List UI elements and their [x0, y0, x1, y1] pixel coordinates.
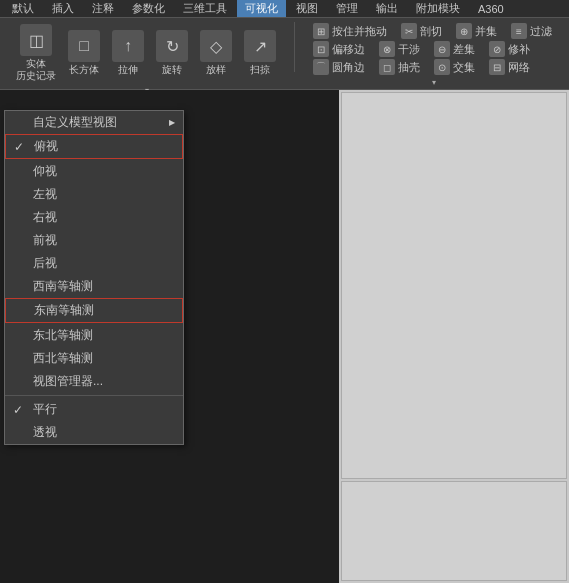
toolbar-tab-默认[interactable]: 默认 [4, 0, 42, 17]
right-panel-top [341, 92, 567, 479]
menu-item-8[interactable]: 东南等轴测 [5, 298, 183, 323]
rt-btn-圆角边[interactable]: ⌒ 圆角边 [309, 58, 369, 76]
btn-icon: ◫ [20, 24, 52, 56]
toolbar-btn-长方体[interactable]: □ 长方体 [64, 28, 104, 78]
toolbar-tab-可视化[interactable]: 可视化 [237, 0, 286, 17]
menu-item-4[interactable]: 右视 [5, 206, 183, 229]
btn-icon: ↻ [156, 30, 188, 62]
rt-btn-网络[interactable]: ⊟ 网络 [485, 58, 534, 76]
rt-row-1: ⊡ 偏移边 ⊗ 干涉 ⊖ 差集 ⊘ 修补 [309, 40, 557, 58]
rt-btn-label: 并集 [475, 24, 497, 39]
toolbar-tab-附加模块[interactable]: 附加模块 [408, 0, 468, 17]
rt-btn-icon: ≡ [511, 23, 527, 39]
rt-btn-label: 按住并拖动 [332, 24, 387, 39]
app-window: 默认插入注释参数化三维工具可视化视图管理输出附加模块A360 ◫ 实体历史记录 … [0, 0, 569, 583]
rt-btn-label: 交集 [453, 60, 475, 75]
toolbar-btn-实体历史记录[interactable]: ◫ 实体历史记录 [12, 22, 60, 84]
toolbar-btn-旋转[interactable]: ↻ 旋转 [152, 28, 192, 78]
rt-btn-icon: ✂ [401, 23, 417, 39]
rt-btn-交集[interactable]: ⊙ 交集 [430, 58, 479, 76]
toolbar-tab-三维工具[interactable]: 三维工具 [175, 0, 235, 17]
toolbar-btn-拉伸[interactable]: ↑ 拉伸 [108, 28, 148, 78]
btn-icon: ↗ [244, 30, 276, 62]
rt-btn-修补[interactable]: ⊘ 修补 [485, 40, 534, 58]
menu-item-10[interactable]: 西北等轴测 [5, 347, 183, 370]
toolbar-tab-A360[interactable]: A360 [470, 0, 512, 17]
toolbar-tab-视图[interactable]: 视图 [288, 0, 326, 17]
rt-btn-icon: ⊕ [456, 23, 472, 39]
tab-bar: 默认插入注释参数化三维工具可视化视图管理输出附加模块A360 [0, 0, 569, 18]
rt-btn-label: 圆角边 [332, 60, 365, 75]
menu-item-1[interactable]: 俯视 [5, 134, 183, 159]
toolbar-tab-注释[interactable]: 注释 [84, 0, 122, 17]
menu-separator [5, 395, 183, 396]
toolbar-tab-参数化[interactable]: 参数化 [124, 0, 173, 17]
build-buttons: ◫ 实体历史记录 □ 长方体 ↑ 拉伸 ↻ 旋转 ◇ 放样 ↗ 扫掠 [12, 22, 280, 84]
rt-btn-抽壳[interactable]: ◻ 抽壳 [375, 58, 424, 76]
btn-icon: ↑ [112, 30, 144, 62]
rt-btn-差集[interactable]: ⊖ 差集 [430, 40, 479, 58]
btn-icon: ◇ [200, 30, 232, 62]
menu-item-3[interactable]: 左视 [5, 183, 183, 206]
rt-btn-剖切[interactable]: ✂ 剖切 [397, 22, 446, 40]
menu-item-11[interactable]: 视图管理器... [5, 370, 183, 393]
rt-btn-按住并拖动[interactable]: ⊞ 按住并拖动 [309, 22, 391, 40]
btn-label: 扫掠 [250, 64, 270, 76]
menu-item-9[interactable]: 东北等轴测 [5, 324, 183, 347]
rt-btn-icon: ⊗ [379, 41, 395, 57]
solid-edit-group: ⊞ 按住并拖动 ✂ 剖切 ⊕ 并集 ≡ 过滤 ⊡ 偏移边 ⊗ 干涉 ⊖ 差集 [303, 22, 563, 86]
rt-btn-label: 抽壳 [398, 60, 420, 75]
rt-btn-干涉[interactable]: ⊗ 干涉 [375, 40, 424, 58]
rt-btn-icon: ⊘ [489, 41, 505, 57]
btn-icon: □ [68, 30, 100, 62]
toolbar-btn-放样[interactable]: ◇ 放样 [196, 28, 236, 78]
toolbar-tab-输出[interactable]: 输出 [368, 0, 406, 17]
menu-item-7[interactable]: 西南等轴测 [5, 275, 183, 298]
menu-item-0[interactable]: 自定义模型视图 [5, 111, 183, 134]
toolbar-body: ◫ 实体历史记录 □ 长方体 ↑ 拉伸 ↻ 旋转 ◇ 放样 ↗ 扫掠 ▾ [0, 18, 569, 90]
rt-btn-label: 修补 [508, 42, 530, 57]
context-menu: 自定义模型视图俯视仰视左视右视前视后视西南等轴测东南等轴测东北等轴测西北等轴测视… [4, 110, 184, 445]
rt-btn-并集[interactable]: ⊕ 并集 [452, 22, 501, 40]
menu-item-13[interactable]: 透视 [5, 421, 183, 444]
solid-edit-chevron-icon[interactable]: ▾ [432, 78, 436, 87]
rt-row-2: ⌒ 圆角边 ◻ 抽壳 ⊙ 交集 ⊟ 网络 [309, 58, 557, 76]
rt-btn-icon: ⊞ [313, 23, 329, 39]
rt-btn-label: 偏移边 [332, 42, 365, 57]
toolbar: 默认插入注释参数化三维工具可视化视图管理输出附加模块A360 ◫ 实体历史记录 … [0, 0, 569, 90]
viewport[interactable]: 自定义模型视图俯视仰视左视右视前视后视西南等轴测东南等轴测东北等轴测西北等轴测视… [0, 90, 339, 583]
rt-btn-icon: ⊙ [434, 59, 450, 75]
rt-btn-label: 差集 [453, 42, 475, 57]
menu-item-12[interactable]: 平行 [5, 398, 183, 421]
menu-item-6[interactable]: 后视 [5, 252, 183, 275]
build-group: ◫ 实体历史记录 □ 长方体 ↑ 拉伸 ↻ 旋转 ◇ 放样 ↗ 扫掠 ▾ [6, 22, 286, 86]
btn-label: 旋转 [162, 64, 182, 76]
toolbar-separator [294, 22, 295, 72]
rt-btn-icon: ⊟ [489, 59, 505, 75]
btn-label: 长方体 [69, 64, 99, 76]
toolbar-tab-管理[interactable]: 管理 [328, 0, 366, 17]
menu-item-5[interactable]: 前视 [5, 229, 183, 252]
rt-btn-过滤[interactable]: ≡ 过滤 [507, 22, 556, 40]
solid-edit-rows: ⊞ 按住并拖动 ✂ 剖切 ⊕ 并集 ≡ 过滤 ⊡ 偏移边 ⊗ 干涉 ⊖ 差集 [309, 22, 557, 76]
rt-btn-icon: ⊡ [313, 41, 329, 57]
main-area: 自定义模型视图俯视仰视左视右视前视后视西南等轴测东南等轴测东北等轴测西北等轴测视… [0, 90, 569, 583]
rt-btn-偏移边[interactable]: ⊡ 偏移边 [309, 40, 369, 58]
rt-btn-icon: ◻ [379, 59, 395, 75]
right-panel [339, 90, 569, 583]
btn-label: 放样 [206, 64, 226, 76]
rt-row-0: ⊞ 按住并拖动 ✂ 剖切 ⊕ 并集 ≡ 过滤 [309, 22, 557, 40]
solid-edit-label: ▾ [430, 78, 436, 87]
menu-item-2[interactable]: 仰视 [5, 160, 183, 183]
rt-btn-label: 过滤 [530, 24, 552, 39]
right-panel-bottom [341, 481, 567, 581]
toolbar-btn-扫掠[interactable]: ↗ 扫掠 [240, 28, 280, 78]
rt-btn-label: 干涉 [398, 42, 420, 57]
btn-label: 拉伸 [118, 64, 138, 76]
rt-btn-label: 剖切 [420, 24, 442, 39]
rt-btn-icon: ⊖ [434, 41, 450, 57]
rt-btn-label: 网络 [508, 60, 530, 75]
btn-label: 实体历史记录 [16, 58, 56, 82]
toolbar-tab-插入[interactable]: 插入 [44, 0, 82, 17]
rt-btn-icon: ⌒ [313, 59, 329, 75]
